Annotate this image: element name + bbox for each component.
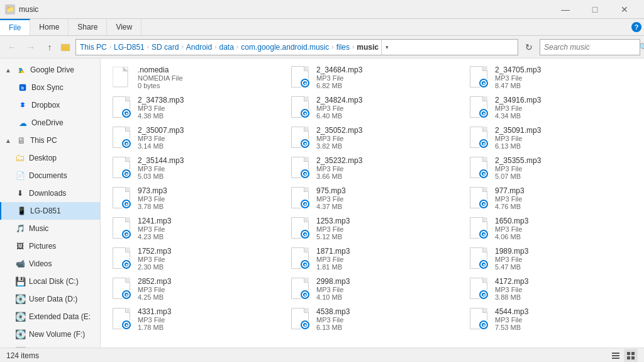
extended-icon: 💽 bbox=[15, 312, 25, 322]
file-item[interactable]: 1871.mp3 MP3 File 1.81 MB bbox=[283, 244, 462, 274]
help-button[interactable]: ? bbox=[631, 22, 641, 32]
file-area[interactable]: .nomedia NOMEDIA File 0 bytes 2_34684.mp… bbox=[101, 59, 644, 348]
file-item[interactable]: 4331.mp3 MP3 File 1.78 MB bbox=[104, 304, 283, 334]
file-size: 4.76 MB bbox=[495, 203, 635, 210]
minimize-button[interactable]: — bbox=[551, 0, 580, 19]
file-item[interactable]: 2_35355.mp3 MP3 File 5.07 MB bbox=[462, 153, 640, 183]
maximize-button[interactable]: □ bbox=[580, 0, 609, 19]
sidebar-item-lg-d851[interactable]: 📱 LG-D851 bbox=[0, 202, 100, 220]
mp3-file-icon bbox=[467, 247, 490, 270]
file-name: 2_34916.mp3 bbox=[495, 96, 635, 105]
sidebar-item-downloads[interactable]: ⬇ Downloads bbox=[0, 184, 100, 202]
file-item[interactable]: 977.mp3 MP3 File 4.76 MB bbox=[462, 183, 640, 213]
view-details-button[interactable] bbox=[609, 349, 623, 363]
forward-button[interactable]: → bbox=[23, 39, 39, 55]
breadcrumb-dropdown[interactable]: ▾ bbox=[381, 39, 392, 55]
back-button[interactable]: ← bbox=[4, 39, 20, 55]
sidebar-item-new-g[interactable]: 💽 New Volume (G:) bbox=[0, 343, 100, 348]
mp3-overlay-icon bbox=[478, 168, 489, 179]
videos-icon: 📹 bbox=[15, 259, 25, 269]
file-item[interactable]: 2_35052.mp3 MP3 File 3.82 MB bbox=[283, 123, 462, 153]
sidebar-item-documents[interactable]: 📄 Documents bbox=[0, 167, 100, 184]
tab-view[interactable]: View bbox=[107, 19, 142, 35]
mp3-file-icon bbox=[110, 278, 133, 300]
file-item[interactable]: 4172.mp3 MP3 File 3.88 MB bbox=[462, 274, 640, 304]
tab-file[interactable]: File bbox=[0, 19, 30, 35]
file-name: 4544.mp3 bbox=[495, 307, 635, 316]
file-item[interactable]: 2998.mp3 MP3 File 4.10 MB bbox=[283, 274, 462, 304]
mp3-file-icon bbox=[467, 278, 490, 300]
file-item[interactable]: 1253.mp3 MP3 File 5.12 MB bbox=[283, 213, 462, 244]
tab-share[interactable]: Share bbox=[69, 19, 107, 35]
file-size: 5.12 MB bbox=[316, 233, 456, 240]
svg-rect-5 bbox=[612, 355, 619, 356]
file-item[interactable]: 2_34684.mp3 MP3 File 6.82 MB bbox=[283, 62, 462, 93]
sidebar-item-box-sync[interactable]: b Box Sync bbox=[0, 79, 100, 96]
breadcrumb-music[interactable]: music bbox=[357, 43, 379, 52]
search-icon[interactable]: 🔍 bbox=[639, 43, 644, 52]
sidebar-item-dropbox[interactable]: Dropbox bbox=[0, 96, 100, 114]
close-button[interactable]: ✕ bbox=[610, 0, 639, 19]
file-info: 4544.mp3 MP3 File 7.53 MB bbox=[495, 307, 635, 331]
breadcrumb-files[interactable]: files bbox=[336, 43, 350, 52]
sidebar-item-onedrive[interactable]: ☁ OneDrive bbox=[0, 114, 100, 132]
up-button[interactable]: ↑ bbox=[42, 39, 58, 55]
breadcrumb-com[interactable]: com.google.android.music bbox=[241, 43, 329, 52]
search-input[interactable] bbox=[544, 43, 639, 52]
refresh-button[interactable]: ↻ bbox=[521, 39, 537, 55]
breadcrumb[interactable]: This PC › LG-D851 › SD card › Android › … bbox=[75, 39, 518, 55]
file-info: 2_35091.mp3 MP3 File 6.13 MB bbox=[495, 126, 635, 150]
title-bar: 📁 music — □ ✕ bbox=[0, 0, 644, 19]
file-info: 2_35052.mp3 MP3 File 3.82 MB bbox=[316, 126, 456, 150]
file-item[interactable]: 1752.mp3 MP3 File 2.30 MB bbox=[104, 244, 283, 274]
sidebar-item-desktop[interactable]: 🗂 Desktop bbox=[0, 149, 100, 167]
sidebar-item-pictures[interactable]: 🖼 Pictures bbox=[0, 237, 100, 255]
file-item[interactable]: 2_35091.mp3 MP3 File 6.13 MB bbox=[462, 123, 640, 153]
mp3-overlay-icon bbox=[121, 259, 132, 270]
file-item[interactable]: 975.mp3 MP3 File 4.37 MB bbox=[283, 183, 462, 213]
tab-home[interactable]: Home bbox=[30, 19, 69, 35]
sidebar-item-google-drive[interactable]: ▲ Google Drive bbox=[0, 61, 100, 79]
file-item[interactable]: 4544.mp3 MP3 File 7.53 MB bbox=[462, 304, 640, 334]
sidebar-item-new-f[interactable]: 💽 New Volume (F:) bbox=[0, 325, 100, 343]
file-item[interactable]: 2_34824.mp3 MP3 File 6.40 MB bbox=[283, 93, 462, 123]
file-name: 4538.mp3 bbox=[316, 307, 456, 316]
mp3-file-icon bbox=[289, 157, 311, 179]
breadcrumb-thispc[interactable]: This PC bbox=[80, 43, 107, 52]
file-item[interactable]: .nomedia NOMEDIA File 0 bytes bbox=[104, 62, 283, 93]
local-disk-icon: 💾 bbox=[15, 276, 25, 286]
file-size: 5.47 MB bbox=[495, 263, 635, 271]
file-name: 2_34705.mp3 bbox=[495, 65, 635, 74]
file-type: MP3 File bbox=[495, 195, 635, 203]
file-item[interactable]: 2_34738.mp3 MP3 File 4.38 MB bbox=[104, 93, 283, 123]
file-size: 3.78 MB bbox=[138, 203, 277, 210]
file-item[interactable]: 2_34705.mp3 MP3 File 8.47 MB bbox=[462, 62, 640, 93]
file-item[interactable]: 1989.mp3 MP3 File 5.47 MB bbox=[462, 244, 640, 274]
file-item[interactable]: 2_35232.mp3 MP3 File 3.66 MB bbox=[283, 153, 462, 183]
file-item[interactable]: 1241.mp3 MP3 File 4.23 MB bbox=[104, 213, 283, 244]
sidebar-item-videos[interactable]: 📹 Videos bbox=[0, 255, 100, 273]
breadcrumb-android[interactable]: Android bbox=[186, 43, 212, 52]
file-item[interactable]: 2_35007.mp3 MP3 File 3.14 MB bbox=[104, 123, 283, 153]
file-size: 8.47 MB bbox=[495, 82, 635, 89]
sidebar-item-music[interactable]: 🎵 Music bbox=[0, 220, 100, 237]
newvol-f-icon: 💽 bbox=[15, 329, 25, 339]
mp3-overlay-icon bbox=[121, 289, 132, 300]
search-box[interactable]: 🔍 bbox=[540, 39, 640, 55]
sidebar-item-extended-e[interactable]: 💽 Extended Data (E: bbox=[0, 308, 100, 325]
breadcrumb-lgd851[interactable]: LG-D851 bbox=[114, 43, 145, 52]
sidebar-item-local-c[interactable]: 💾 Local Disk (C:) bbox=[0, 273, 100, 290]
file-item[interactable]: 4538.mp3 MP3 File 6.13 MB bbox=[283, 304, 462, 334]
breadcrumb-sdcard[interactable]: SD card bbox=[152, 43, 179, 52]
sidebar-item-userdata-d[interactable]: 💽 User Data (D:) bbox=[0, 290, 100, 308]
file-item[interactable]: 2_35144.mp3 MP3 File 5.03 MB bbox=[104, 153, 283, 183]
mp3-file-icon bbox=[467, 127, 490, 149]
file-item[interactable]: 973.mp3 MP3 File 3.78 MB bbox=[104, 183, 283, 213]
breadcrumb-data[interactable]: data bbox=[219, 43, 234, 52]
file-item[interactable]: 2_34916.mp3 MP3 File 4.34 MB bbox=[462, 93, 640, 123]
file-item[interactable]: 1650.mp3 MP3 File 4.06 MB bbox=[462, 213, 640, 244]
svg-rect-8 bbox=[631, 352, 635, 355]
view-tiles-button[interactable] bbox=[624, 349, 638, 363]
sidebar-item-this-pc[interactable]: ▲ 🖥 This PC bbox=[0, 132, 100, 149]
file-item[interactable]: 2852.mp3 MP3 File 4.25 MB bbox=[104, 274, 283, 304]
